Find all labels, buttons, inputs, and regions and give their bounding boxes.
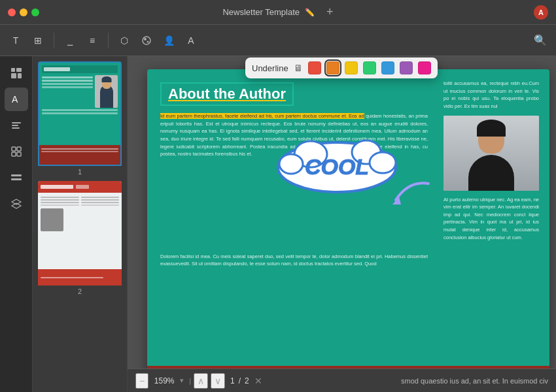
color-swatch-purple[interactable] [400,61,413,74]
arrow-annotation [383,177,435,210]
float-toolbar-label: Underline [252,63,288,73]
page-2-number: 2 [38,287,122,295]
toolbar-separator-2 [108,33,109,48]
page-nav: 1 / 2 [230,376,249,385]
page-total: 2 [245,376,249,385]
page-separator: / [239,376,241,385]
right-text-bottom: At purto auterno utrique nec. Ag ea eam,… [443,196,539,242]
tab-label[interactable]: Newsletter Template [222,7,300,17]
status-controls: − 159% ▾ | ∧ ∨ [135,373,225,389]
status-bar: − 159% ▾ | ∧ ∨ 1 / 2 ✕ smod quaestio ius… [128,368,556,392]
svg-rect-3 [11,68,15,72]
color-swatch-yellow[interactable] [345,61,358,74]
svg-rect-8 [12,122,21,123]
prev-page-arrow-down[interactable]: ∨ [211,373,225,389]
svg-marker-17 [12,199,21,204]
svg-point-0 [143,37,150,44]
page-current: 1 [230,376,235,385]
text-tool-button[interactable]: T [5,30,26,51]
prev-page-arrow-up[interactable]: ∧ [194,373,208,389]
shape-tool-button[interactable]: ⊞ [27,30,48,51]
svg-point-22 [279,154,303,174]
highlight-text: Id eum partem theophrastus, facete eleif… [160,113,364,119]
svg-point-1 [144,38,147,41]
mask-button[interactable] [136,30,157,51]
toolbar-group-format: ⎯ ≡ [60,30,103,51]
status-right-text: smod quaestio ius ad, an sit et. In euis… [401,377,548,385]
line-tool-button[interactable]: ⎯ [60,30,80,51]
color-swatch-pink[interactable] [418,61,431,74]
color-swatch-red[interactable] [308,61,321,74]
sidebar-icon-list[interactable] [5,166,28,189]
page-thumb-1-inner [38,61,122,166]
svg-rect-16 [11,178,22,180]
color-swatch-orange[interactable] [326,61,339,74]
title-bar: Newsletter Template ✏️ + A [0,0,556,25]
pages-panel: 1 [33,56,128,392]
page-thumb-2[interactable]: 2 [38,181,122,295]
svg-rect-13 [12,152,16,156]
svg-rect-6 [18,73,22,78]
right-column: tollit accusamus ea, recteque nibh eu.Cu… [438,69,549,366]
close-page-button[interactable]: ✕ [254,376,262,386]
monitor-icon: 🖥 [294,63,303,73]
shape-insert-button[interactable]: ⬡ [114,30,135,51]
color-swatch-teal[interactable] [363,61,376,74]
close-button[interactable] [8,8,16,16]
page-document: About the Author Id eum partem theophras… [147,69,549,385]
traffic-lights [8,8,39,16]
content-area: Underline 🖥 About the Author [128,56,556,392]
svg-marker-18 [12,203,21,208]
svg-rect-12 [17,147,21,151]
svg-rect-9 [12,125,18,126]
title-bar-center: Newsletter Template ✏️ + [222,5,333,19]
sidebar-icon-shapes[interactable] [5,140,28,163]
left-sidebar: A [0,56,33,392]
svg-rect-5 [11,73,16,78]
page-thumb-1[interactable]: 1 [38,61,122,176]
zoom-out-button[interactable]: − [135,373,148,389]
maximize-button[interactable] [31,8,39,16]
svg-text:A: A [12,94,18,105]
float-toolbar: Underline 🖥 [245,57,438,78]
page-1-number: 1 [38,168,122,176]
sidebar-icon-text[interactable] [5,114,28,137]
svg-point-23 [370,152,396,173]
separator-icon: | [189,377,191,385]
svg-point-2 [147,41,149,42]
toolbar-group-text: T ⊞ [5,30,48,51]
sidebar-icon-layers[interactable] [5,192,28,216]
grid-tool-button[interactable]: ≡ [82,30,103,51]
svg-rect-4 [16,68,22,72]
color-swatch-blue[interactable] [381,61,394,74]
author-photo [443,116,539,191]
text-color-button[interactable]: A [181,30,201,51]
minimize-button[interactable] [20,8,27,16]
author-heading: About the Author [160,82,294,106]
person-button[interactable]: 👤 [158,30,179,51]
svg-rect-14 [17,152,21,156]
toolbar-separator-1 [54,33,54,48]
page-thumb-2-inner [38,181,122,286]
avatar[interactable]: A [534,5,548,20]
add-tab-button[interactable]: + [326,5,334,19]
main-layout: A [0,56,556,392]
sidebar-icon-views[interactable] [5,61,28,85]
svg-rect-10 [12,127,20,129]
title-bar-right: A [534,5,548,20]
zoom-value: 159% [151,376,177,385]
svg-rect-11 [12,147,16,151]
body-text-2: Dolorem facilisi id mea. Cu meis soleat … [160,253,428,268]
zoom-chevron[interactable]: ▾ [180,376,184,385]
search-button[interactable]: 🔍 [530,30,551,51]
edit-icon: ✏️ [305,8,315,17]
toolbar-group-insert: ⬡ 👤 A [114,30,201,51]
svg-text:COOL: COOL [305,154,369,179]
sidebar-icon-highlight[interactable]: A [5,88,28,111]
right-text-top: tollit accusamus ea, recteque nibh eu.Cu… [443,80,539,110]
main-toolbar: T ⊞ ⎯ ≡ ⬡ 👤 A 🔍 [0,25,556,56]
svg-rect-15 [11,174,22,176]
